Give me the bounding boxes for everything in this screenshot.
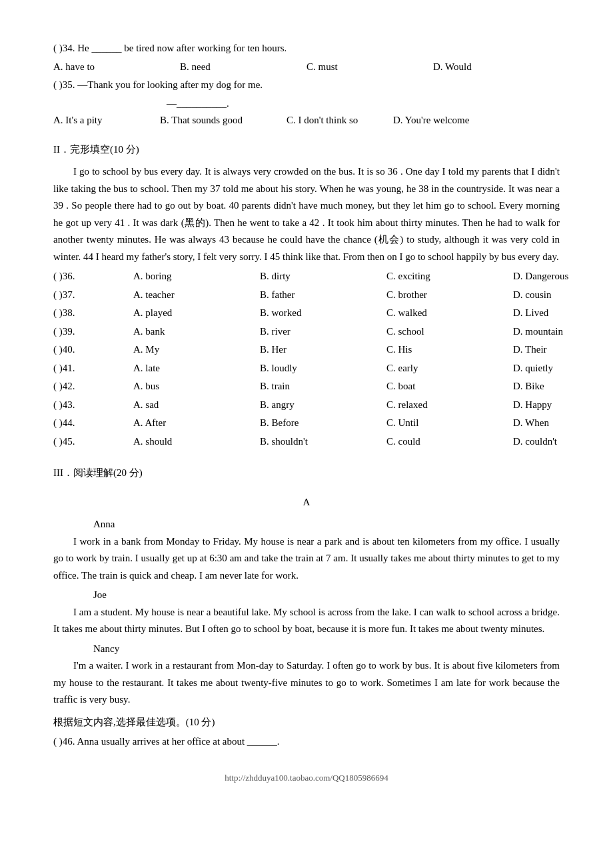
q34-optD: D. Would — [433, 59, 560, 76]
reading-section-a: A Anna I work in a bank from Monday to F… — [53, 494, 560, 751]
fq37-optD: D. cousin — [513, 287, 613, 304]
q34-stem: ( )34. He ______ be tired now after work… — [53, 40, 560, 57]
fq42-optA: A. bus — [133, 378, 260, 395]
fq42-optB: B. train — [260, 378, 386, 395]
fill-row-45: ( )45. A. should B. shouldn't C. could D… — [53, 433, 560, 451]
q35-options: A. It's a pity B. That sounds good C. I … — [53, 112, 560, 129]
footer-url: http://zhdduya100.taobao.com/QQ180598669… — [53, 771, 560, 785]
fq41-optD: D. quietly — [513, 360, 613, 377]
fq41-optB: B. loudly — [260, 360, 386, 377]
fq44-num: ( )44. — [53, 415, 133, 432]
fq42-num: ( )42. — [53, 378, 133, 395]
fq44-optB: B. Before — [260, 415, 386, 432]
fq43-optB: B. angry — [260, 397, 386, 414]
fill-row-43: ( )43. A. sad B. angry C. relaxed D. Hap… — [53, 397, 560, 414]
fq39-optA: A. bank — [133, 323, 260, 341]
fill-row-37: ( )37. A. teacher B. father C. brother D… — [53, 287, 560, 304]
fq37-optB: B. father — [260, 287, 386, 304]
fq36-num: ( )36. — [53, 268, 133, 285]
fq45-optB: B. shouldn't — [260, 433, 386, 451]
q46-stem: ( )46. Anna usually arrives at her offic… — [53, 733, 560, 751]
reading-instruction: 根据短文内容,选择最佳选项。(10 分) — [53, 714, 560, 731]
fq37-optA: A. teacher — [133, 287, 260, 304]
fq43-optC: C. relaxed — [386, 397, 513, 414]
fq42-optC: C. boat — [386, 378, 513, 395]
q35-stem: ( )35. —Thank you for looking after my d… — [53, 77, 560, 94]
fill-row-39: ( )39. A. bank B. river C. school D. mou… — [53, 323, 560, 341]
joe-name: Joe — [93, 587, 560, 604]
anna-name: Anna — [93, 516, 560, 533]
fq43-num: ( )43. — [53, 397, 133, 414]
section3-title: III．阅读理解(20 分) — [53, 465, 560, 482]
joe-passage: I am a student. My house is near a beaut… — [53, 604, 560, 638]
q35-continuation: —__________. — [167, 95, 560, 113]
fq38-optD: D. Lived — [513, 305, 613, 322]
fq45-optA: A. should — [133, 433, 260, 451]
q35-optA: A. It's a pity — [53, 112, 160, 129]
q34-options: A. have to B. need C. must D. Would — [53, 59, 560, 76]
fill-row-44: ( )44. A. After B. Before C. Until D. Wh… — [53, 415, 560, 432]
fq44-optC: C. Until — [386, 415, 513, 432]
fill-questions-container: ( )36. A. boring B. dirty C. exciting D.… — [53, 268, 560, 450]
anna-passage: I work in a bank from Monday to Friday. … — [53, 533, 560, 585]
fill-row-36: ( )36. A. boring B. dirty C. exciting D.… — [53, 268, 560, 285]
section2-title: II．完形填空(10 分) — [53, 141, 560, 159]
fq39-optD: D. mountain — [513, 323, 613, 341]
fq43-optD: D. Happy — [513, 397, 613, 414]
q35-optC: C. I don't think so — [287, 112, 393, 129]
fq41-num: ( )41. — [53, 360, 133, 377]
fq44-optA: A. After — [133, 415, 260, 432]
q34-optC: C. must — [306, 59, 433, 76]
q34-optA: A. have to — [53, 59, 180, 76]
fq38-num: ( )38. — [53, 305, 133, 322]
fq45-optD: D. couldn't — [513, 433, 613, 451]
q35-optB: B. That sounds good — [160, 112, 287, 129]
fill-row-40: ( )40. A. My B. Her C. His D. Their — [53, 341, 560, 359]
fq45-optC: C. could — [386, 433, 513, 451]
fq36-optC: C. exciting — [386, 268, 513, 285]
fq40-optB: B. Her — [260, 341, 386, 359]
fq36-optA: A. boring — [133, 268, 260, 285]
q34-optB: B. need — [180, 59, 306, 76]
fq40-optD: D. Their — [513, 341, 613, 359]
fill-row-38: ( )38. A. played B. worked C. walked D. … — [53, 305, 560, 322]
fq38-optB: B. worked — [260, 305, 386, 322]
fq39-optB: B. river — [260, 323, 386, 341]
fq40-optC: C. His — [386, 341, 513, 359]
nancy-passage: I'm a waiter. I work in a restaurant fro… — [53, 657, 560, 709]
fq44-optD: D. When — [513, 415, 613, 432]
nancy-name: Nancy — [93, 641, 560, 658]
fq43-optA: A. sad — [133, 397, 260, 414]
section2-passage: I go to school by bus every day. It is a… — [53, 163, 560, 265]
fill-row-42: ( )42. A. bus B. train C. boat D. Bike — [53, 378, 560, 395]
fq36-optB: B. dirty — [260, 268, 386, 285]
fq45-num: ( )45. — [53, 433, 133, 451]
fq39-optC: C. school — [386, 323, 513, 341]
fq38-optC: C. walked — [386, 305, 513, 322]
fq42-optD: D. Bike — [513, 378, 613, 395]
fq40-optA: A. My — [133, 341, 260, 359]
fq36-optD: D. Dangerous — [513, 268, 613, 285]
fq41-optA: A. late — [133, 360, 260, 377]
fq40-num: ( )40. — [53, 341, 133, 359]
fill-row-41: ( )41. A. late B. loudly C. early D. qui… — [53, 360, 560, 377]
fq41-optC: C. early — [386, 360, 513, 377]
fq37-num: ( )37. — [53, 287, 133, 304]
subsection-a-label: A — [53, 494, 560, 511]
q35-optD: D. You're welcome — [393, 112, 520, 129]
fq38-optA: A. played — [133, 305, 260, 322]
fq39-num: ( )39. — [53, 323, 133, 341]
fq37-optC: C. brother — [386, 287, 513, 304]
